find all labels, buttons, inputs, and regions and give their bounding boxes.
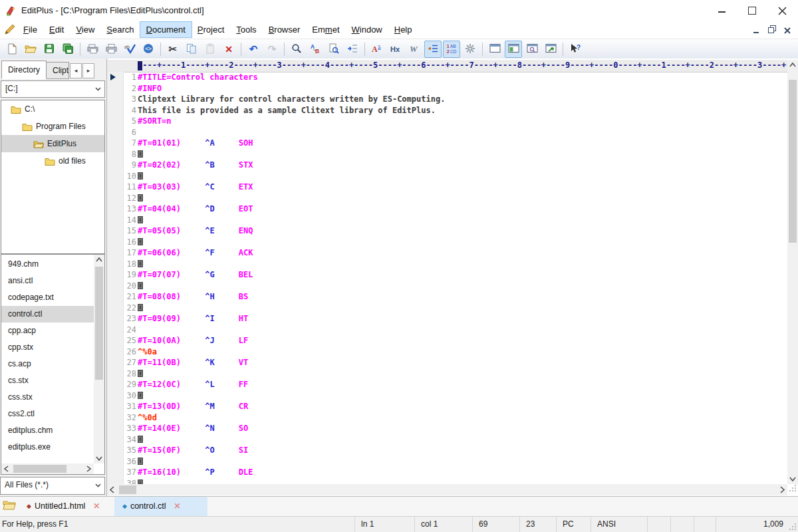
folder-tree[interactable]: C:\Program FilesEditPlusold files	[1, 100, 105, 254]
scroll-up-icon[interactable]	[94, 255, 104, 265]
file-item[interactable]: 949.chm	[1, 256, 94, 273]
line-text: #T=07(07) ^G BEL	[138, 269, 253, 280]
menu-emmet[interactable]: Emmet	[306, 22, 345, 37]
view-html-button[interactable]: <>	[140, 41, 157, 58]
print-preview-button[interactable]	[84, 41, 101, 58]
scroll-left-icon[interactable]	[1, 464, 12, 474]
replace-button[interactable]: AB	[307, 41, 324, 58]
tree-item-editplus[interactable]: EditPlus	[1, 135, 104, 152]
scroll-down-icon[interactable]	[94, 453, 104, 464]
menu-window[interactable]: Window	[346, 22, 388, 37]
scroll-thumb[interactable]	[13, 465, 66, 473]
file-item[interactable]: css.stx	[1, 389, 94, 406]
auto-indent-button[interactable]	[424, 41, 442, 58]
scroll-thumb[interactable]	[789, 80, 797, 243]
file-list-vscrollbar[interactable]	[94, 255, 104, 464]
file-list-hscrollbar[interactable]	[1, 464, 94, 474]
tree-item-c-[interactable]: C:\	[1, 100, 104, 118]
menu-tools[interactable]: Tools	[230, 22, 262, 37]
file-item[interactable]: cs.acp	[1, 356, 94, 372]
scroll-down-icon[interactable]	[787, 473, 798, 484]
mdi-restore-button[interactable]	[765, 25, 778, 36]
tab-close-icon[interactable]: ✕	[174, 501, 180, 511]
menu-browser[interactable]: Browser	[263, 22, 307, 37]
paste-button[interactable]	[201, 41, 219, 58]
undo-button[interactable]: ↶	[245, 41, 262, 58]
file-item[interactable]: cpp.stx	[1, 339, 94, 356]
file-item[interactable]: ansi.ctl	[1, 273, 94, 289]
tree-item-program-files[interactable]: Program Files	[1, 118, 104, 135]
find-button[interactable]	[288, 41, 305, 58]
menu-help[interactable]: Help	[388, 22, 418, 37]
file-item[interactable]: cs.stx	[1, 372, 94, 389]
menu-file[interactable]: File	[17, 22, 43, 37]
scroll-right-icon[interactable]	[83, 464, 94, 474]
full-screen-button[interactable]	[486, 41, 503, 58]
menu-edit[interactable]: Edit	[43, 22, 70, 37]
tab-close-icon[interactable]: ✕	[93, 501, 100, 511]
toolbar-separator	[80, 43, 80, 56]
tree-item-old-files[interactable]: old files	[1, 152, 104, 170]
file-item[interactable]: editplus.chm	[1, 422, 94, 439]
minimize-button[interactable]	[706, 0, 737, 21]
word-wrap-button[interactable]: W	[406, 41, 423, 58]
menu-view[interactable]: View	[70, 22, 100, 37]
delete-button[interactable]: ✕	[220, 41, 237, 58]
line-numbers-button[interactable]: 1AB2CD	[443, 41, 460, 58]
scroll-thumb[interactable]	[95, 267, 103, 380]
file-item[interactable]: css2.ctl	[1, 406, 94, 422]
scroll-up-icon[interactable]	[787, 60, 798, 70]
maximize-button[interactable]	[737, 0, 767, 21]
mdi-close-button[interactable]	[781, 25, 794, 36]
scroll-thumb[interactable]	[119, 485, 136, 494]
find-in-files-button[interactable]	[325, 41, 342, 58]
tab-scroll-right-icon[interactable]: ▸	[82, 63, 94, 78]
file-list[interactable]: 949.chmansi.ctlcodepage.txtcontrol.ctlcp…	[1, 256, 94, 464]
menu-project[interactable]: Project	[192, 22, 230, 37]
print-button[interactable]	[102, 41, 120, 58]
code-area[interactable]: 1#TITLE=Control characters2#INFO3Cliptex…	[107, 72, 787, 484]
save-button[interactable]	[41, 41, 58, 58]
spell-check-button[interactable]: ab	[121, 41, 138, 58]
sidebar-tab-clipt[interactable]: Clipt	[47, 62, 69, 79]
document-selector-icon[interactable]	[3, 499, 17, 514]
scroll-right-icon[interactable]	[777, 484, 787, 495]
resize-grip-icon[interactable]	[789, 523, 797, 532]
editor-pane[interactable]: ----+----1----+----2----+----3----+----4…	[107, 59, 798, 496]
file-item[interactable]: cpp.acp	[1, 323, 94, 339]
line-number: 16	[123, 237, 136, 247]
save-all-button[interactable]	[59, 41, 76, 58]
document-tab-bar: ◆Untitled1.html✕◆control.ctl✕	[0, 496, 798, 517]
menu-search[interactable]: Search	[100, 22, 140, 37]
sidebar-tab-directory[interactable]: Directory	[1, 61, 47, 79]
toggle-sidebar-button[interactable]	[505, 41, 522, 58]
copy-button[interactable]	[183, 41, 200, 58]
code-line: 12	[107, 193, 787, 204]
file-filter-select[interactable]: All Files (*.*)	[0, 477, 105, 495]
close-button[interactable]	[767, 0, 798, 21]
menu-document[interactable]: Document	[140, 22, 192, 37]
drive-select[interactable]: [C:]	[1, 80, 105, 98]
file-item[interactable]: editplus.exe	[1, 439, 94, 456]
file-item[interactable]: control.ctl	[1, 306, 94, 323]
hex-viewer-button[interactable]: Hx	[387, 41, 404, 58]
toggle-output-button[interactable]	[523, 41, 541, 58]
new-document-button[interactable]	[3, 41, 21, 58]
doc-tab-untitled1-html[interactable]: ◆Untitled1.html✕	[19, 497, 120, 516]
sync-browser-button[interactable]	[542, 41, 559, 58]
redo-button[interactable]: ↷	[263, 41, 281, 58]
goto-line-button[interactable]	[344, 41, 361, 58]
file-item[interactable]: codepage.txt	[1, 289, 94, 306]
editor-vscrollbar[interactable]	[787, 60, 798, 484]
mdi-minimize-button[interactable]	[749, 25, 763, 36]
mdi-minimize-icon	[753, 32, 759, 33]
tab-scroll-left-icon[interactable]: ◂	[70, 63, 82, 78]
context-help-button[interactable]: ?	[567, 41, 584, 58]
doc-tab-control-ctl[interactable]: ◆control.ctl✕	[114, 497, 207, 516]
scroll-left-icon[interactable]	[107, 484, 118, 495]
open-file-button[interactable]	[22, 41, 39, 58]
editor-hscrollbar[interactable]	[107, 484, 787, 495]
cut-button[interactable]: ✂	[164, 41, 182, 58]
preferences-button[interactable]	[462, 41, 479, 58]
set-font-button[interactable]: Aã	[368, 41, 386, 58]
